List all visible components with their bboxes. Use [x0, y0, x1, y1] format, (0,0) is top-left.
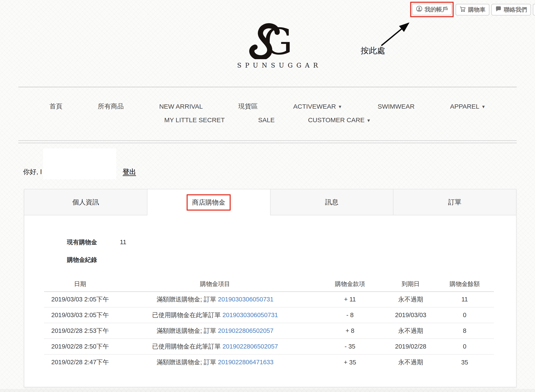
col-header-item: 購物金項目	[116, 277, 314, 292]
cell-balance: 0	[435, 307, 494, 323]
contact-label: 聯絡我們	[504, 6, 527, 14]
order-link[interactable]: 2019030306050731	[218, 296, 273, 303]
cell-amount: - 35	[314, 339, 386, 354]
tab-orders[interactable]: 訂單	[393, 189, 516, 215]
annotation-click-here: 按此處	[361, 45, 385, 56]
cell-item: 滿額贈送購物金; 訂單 2019022806502057	[116, 323, 314, 339]
account-button-highlight-box: 我的帳戶	[410, 2, 454, 17]
cell-balance: 11	[435, 292, 494, 307]
current-credit-label: 現有購物金	[67, 238, 120, 246]
nav-row-1: 首頁 所有商品 NEW ARRIVAL 現貨區 ACTIVEWEAR▼ SWIM…	[0, 102, 535, 111]
tab-messages[interactable]: 訊息	[271, 189, 394, 215]
cell-amount: + 11	[314, 292, 386, 307]
cell-amount: - 8	[314, 307, 386, 323]
tab-store-credit[interactable]: 商店購物金	[147, 189, 271, 215]
cell-date: 2019/02/28 2:50下午	[44, 339, 116, 354]
cell-expiry: 2019/03/03	[386, 307, 435, 323]
my-account-button[interactable]: 我的帳戶	[412, 4, 452, 15]
user-icon	[416, 6, 422, 14]
language-button[interactable]	[533, 4, 535, 15]
chevron-down-icon: ▼	[338, 104, 342, 109]
cell-expiry: 2019/02/28	[386, 339, 435, 354]
current-credit-value: 11	[120, 239, 126, 246]
divider-above-nav	[18, 87, 517, 87]
cell-date: 2019/03/03 2:05下午	[44, 292, 116, 307]
main-nav: 首頁 所有商品 NEW ARRIVAL 現貨區 ACTIVEWEAR▼ SWIM…	[0, 102, 535, 124]
cell-item: 滿額贈送購物金; 訂單 2019030306050731	[116, 292, 314, 307]
nav-item-new-arrival[interactable]: NEW ARRIVAL	[159, 103, 203, 110]
nav-item-swimwear[interactable]: SWIMWEAR	[378, 103, 415, 110]
col-header-date: 日期	[44, 277, 116, 292]
nav-item-home[interactable]: 首頁	[50, 102, 62, 111]
table-header-row: 日期 購物金項目 購物金款項 到期日 購物金餘額	[44, 277, 494, 292]
account-panel: 個人資訊 商店購物金 訊息 訂單 現有購物金 11 購物金紀錄 日期 購物金項目	[24, 189, 516, 387]
cart-icon	[460, 6, 466, 14]
nav-item-my-little-secret[interactable]: MY LITTLE SECRET	[164, 117, 225, 124]
col-header-expiry: 到期日	[386, 277, 435, 292]
current-credit-row: 現有購物金 11	[67, 238, 494, 246]
nav-item-all-products[interactable]: 所有商品	[98, 102, 124, 111]
order-link[interactable]: 2019022806502057	[218, 327, 273, 334]
cell-balance: 0	[435, 339, 494, 354]
sg-monogram-icon: G	[236, 56, 300, 60]
cell-expiry: 永不過期	[386, 354, 435, 370]
chevron-down-icon: ▼	[481, 104, 486, 109]
cell-expiry: 永不過期	[386, 292, 435, 307]
cell-expiry: 永不過期	[386, 323, 435, 339]
cell-date: 2019/02/28 2:47下午	[44, 354, 116, 370]
logout-link[interactable]: 登出	[123, 167, 136, 176]
table-row: 2019/03/03 2:05下午 已使用購物金在此筆訂單 2019030306…	[44, 307, 494, 323]
cell-amount: + 35	[314, 354, 386, 370]
account-credit-page: 我的帳戶 購物車 聯絡我們 按此處	[0, 0, 535, 392]
order-link[interactable]: 2019022806502057	[223, 343, 278, 350]
annotation-arrow	[377, 19, 416, 49]
site-logo[interactable]: G SPUNSUGGAR	[234, 22, 302, 69]
table-row: 2019/02/28 2:53下午 滿額贈送購物金; 訂單 2019022806…	[44, 323, 494, 339]
topbar: 我的帳戶 購物車 聯絡我們	[410, 2, 535, 17]
logo-wordmark: SPUNSUGGAR	[234, 62, 302, 69]
cart-label: 購物車	[468, 6, 485, 14]
nav-item-in-stock[interactable]: 現貨區	[239, 102, 258, 111]
chat-bubble-icon	[495, 6, 502, 14]
greeting-text: 你好, I	[23, 167, 42, 176]
store-credit-content: 現有購物金 11 購物金紀錄 日期 購物金項目 購物金款項 到期日 購物金餘額	[24, 238, 516, 370]
cell-balance: 8	[435, 323, 494, 339]
credit-record-label: 購物金紀錄	[67, 256, 120, 264]
nav-item-sale[interactable]: SALE	[258, 117, 275, 124]
contact-button[interactable]: 聯絡我們	[491, 4, 531, 15]
chevron-down-icon: ▼	[366, 118, 371, 123]
store-credit-highlight-box: 商店購物金	[187, 194, 231, 211]
cell-balance: 35	[435, 354, 494, 370]
cart-button[interactable]: 購物車	[455, 4, 489, 15]
table-row: 2019/03/03 2:05下午 滿額贈送購物金; 訂單 2019030306…	[44, 292, 494, 307]
cell-item: 已使用購物金在此筆訂單 2019030306050731	[116, 307, 314, 323]
credit-record-row: 購物金紀錄	[67, 256, 494, 264]
order-link[interactable]: 2019030306050731	[223, 312, 278, 318]
tab-personal-info[interactable]: 個人資訊	[24, 189, 147, 215]
nav-item-customer-care[interactable]: CUSTOMER CARE▼	[308, 117, 371, 124]
col-header-amount: 購物金款項	[314, 277, 386, 292]
divider-below-nav-2	[18, 143, 517, 143]
nav-row-2: MY LITTLE SECRET SALE CUSTOMER CARE▼	[0, 117, 535, 124]
my-account-label: 我的帳戶	[425, 6, 448, 13]
col-header-balance: 購物金餘額	[435, 277, 494, 292]
order-link[interactable]: 2019022806471633	[218, 359, 273, 365]
table-row: 2019/02/28 2:47下午 滿額贈送購物金; 訂單 2019022806…	[44, 354, 494, 370]
cell-date: 2019/02/28 2:53下午	[44, 323, 116, 339]
cell-amount: + 8	[314, 323, 386, 339]
credit-history-table: 日期 購物金項目 購物金款項 到期日 購物金餘額 2019/03/03 2:05…	[44, 277, 494, 370]
cell-item: 已使用購物金在此筆訂單 2019022806502057	[116, 339, 314, 354]
nav-item-activewear[interactable]: ACTIVEWEAR▼	[293, 103, 342, 110]
cell-date: 2019/03/03 2:05下午	[44, 307, 116, 323]
table-row: 2019/02/28 2:50下午 已使用購物金在此筆訂單 2019022806…	[44, 339, 494, 354]
redacted-username-box	[43, 149, 116, 179]
cell-item: 滿額贈送購物金; 訂單 2019022806471633	[116, 354, 314, 370]
nav-item-apparel[interactable]: APPAREL▼	[450, 103, 485, 110]
divider-below-nav-1	[18, 140, 517, 141]
account-tabs: 個人資訊 商店購物金 訊息 訂單	[24, 189, 516, 215]
footer-band	[0, 389, 535, 392]
